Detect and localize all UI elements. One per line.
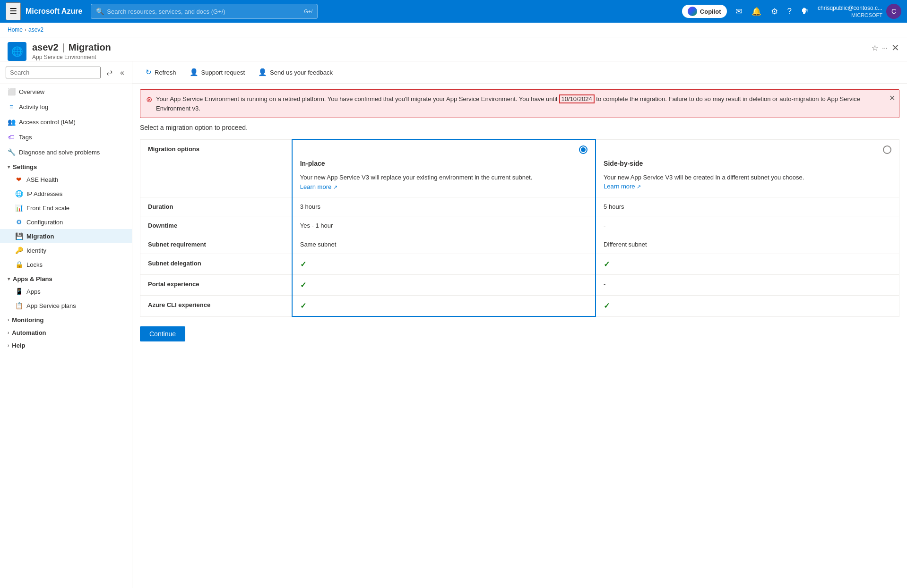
sidebar-apps-label: Apps — [26, 288, 41, 295]
sidebar-item-locks[interactable]: 🔒 Locks — [0, 257, 132, 272]
sidebar-locks-label: Locks — [26, 261, 43, 268]
alert-text: Your App Service Environment is running … — [156, 94, 893, 113]
migration-options-label: Migration options — [140, 139, 292, 197]
sidebar-item-diagnose[interactable]: 🔧 Diagnose and solve problems — [0, 145, 132, 160]
sidebar-item-front-end-scale[interactable]: 📊 Front End scale — [0, 201, 132, 215]
apps-icon: 📱 — [15, 288, 23, 295]
sidebar-item-ase-health[interactable]: ❤ ASE Health — [0, 172, 132, 187]
sidebar-ip-label: IP Addresses — [26, 190, 62, 197]
subnet-req-col1: Same subnet — [292, 235, 596, 254]
in-place-learn-more[interactable]: Learn more ↗ — [300, 183, 337, 190]
side-by-side-radio[interactable] — [883, 145, 891, 154]
user-org: MICROSOFT — [818, 12, 882, 18]
sidebar-item-app-service-plans[interactable]: 📋 App Service plans — [0, 298, 132, 313]
copilot-button[interactable]: Copilot — [682, 5, 727, 18]
copilot-label: Copilot — [700, 8, 721, 15]
sidebar-item-tags[interactable]: 🏷 Tags — [0, 129, 132, 145]
content-area: ⇄ « ⬜ Overview ≡ Activity log 👥 Access c… — [0, 61, 907, 588]
sidebar-collapse-button[interactable]: « — [118, 67, 126, 79]
sidebar-item-overview[interactable]: ⬜ Overview — [0, 84, 132, 99]
feedback-button[interactable]: 👤 Send us your feedback — [252, 65, 338, 79]
in-place-radio[interactable] — [579, 145, 587, 154]
email-icon-button[interactable]: ✉ — [732, 4, 746, 19]
resource-title-area: asev2 | Migration App Service Environmen… — [32, 42, 866, 60]
col2-header[interactable]: Side-by-side Your new App Service V3 wil… — [596, 139, 899, 197]
notification-icon-button[interactable]: 🔔 — [748, 4, 765, 19]
sidebar-configuration-label: Configuration — [26, 219, 63, 226]
table-row-portal: Portal experience ✓ - — [140, 275, 899, 296]
sidebar-item-configuration[interactable]: ⚙ Configuration — [0, 215, 132, 229]
settings-chevron-icon: ▾ — [8, 164, 10, 170]
breadcrumb-resource[interactable]: asev2 — [28, 26, 43, 33]
more-actions-button[interactable]: ··· — [882, 44, 888, 51]
hamburger-menu[interactable]: ☰ — [6, 2, 21, 20]
feedback-icon-button[interactable]: 🗣 — [797, 4, 813, 19]
sidebar-section-monitoring[interactable]: › Monitoring — [0, 313, 132, 325]
table-row-downtime: Downtime Yes - 1 hour - — [140, 216, 899, 235]
topbar-icon-group: ✉ 🔔 ⚙ ? 🗣 — [732, 4, 813, 19]
sidebar-front-end-label: Front End scale — [26, 205, 69, 212]
table-row-subnet-req: Subnet requirement Same subnet Different… — [140, 235, 899, 254]
main-content: ↻ Refresh 👤 Support request 👤 Send us yo… — [132, 61, 907, 588]
resource-icon-symbol: 🌐 — [11, 46, 23, 57]
migration-section: Select a migration option to proceed. Mi… — [132, 124, 907, 353]
global-search-box[interactable]: 🔍 G+/ — [91, 4, 318, 19]
cli-col2: ✓ — [596, 296, 899, 317]
sidebar-item-overview-label: Overview — [19, 88, 44, 95]
favorite-button[interactable]: ☆ — [872, 43, 878, 52]
sidebar-section-help[interactable]: › Help — [0, 338, 132, 351]
sidebar-item-migration[interactable]: 💾 Migration — [0, 229, 132, 243]
close-button[interactable]: ✕ — [891, 42, 899, 53]
downtime-col2: - — [596, 216, 899, 235]
page-title: Migration — [69, 42, 111, 53]
apps-plans-section-label: Apps & Plans — [13, 275, 52, 282]
refresh-button[interactable]: ↻ Refresh — [140, 65, 182, 79]
sidebar-section-apps-plans[interactable]: ▾ Apps & Plans — [0, 272, 132, 284]
side-by-side-learn-more[interactable]: Learn more ↗ — [604, 183, 641, 190]
sidebar-filter-button[interactable]: ⇄ — [104, 66, 114, 79]
search-shortcut: G+/ — [304, 9, 312, 14]
sidebar-item-ip-addresses[interactable]: 🌐 IP Addresses — [0, 187, 132, 201]
table-row-cli: Azure CLI experience ✓ ✓ — [140, 296, 899, 317]
sidebar-section-settings[interactable]: ▾ Settings — [0, 160, 132, 172]
refresh-icon: ↻ — [146, 68, 152, 77]
sidebar-item-iam[interactable]: 👥 Access control (IAM) — [0, 114, 132, 129]
subnet-del-col1: ✓ — [292, 254, 596, 275]
support-request-button[interactable]: 👤 Support request — [184, 65, 251, 79]
sidebar-app-service-plans-label: App Service plans — [26, 302, 76, 309]
table-row-header: Migration options In-place Your new App … — [140, 139, 899, 197]
toolbar: ↻ Refresh 👤 Support request 👤 Send us yo… — [132, 61, 907, 84]
sidebar-item-identity[interactable]: 🔑 Identity — [0, 243, 132, 257]
duration-col2: 5 hours — [596, 197, 899, 216]
col1-header[interactable]: In-place Your new App Service V3 will re… — [292, 139, 596, 197]
continue-button[interactable]: Continue — [140, 326, 185, 341]
breadcrumb-home[interactable]: Home — [8, 26, 23, 33]
feedback-icon: 👤 — [258, 68, 267, 77]
alert-date: 10/10/2024 — [559, 94, 595, 103]
sidebar-search-input[interactable] — [6, 67, 101, 78]
help-chevron-icon: › — [8, 343, 9, 348]
settings-icon-button[interactable]: ⚙ — [767, 4, 782, 19]
in-place-title: In-place — [300, 160, 587, 167]
tags-icon: 🏷 — [8, 133, 15, 141]
duration-label: Duration — [140, 197, 292, 216]
iam-icon: 👥 — [8, 118, 15, 126]
automation-chevron-icon: › — [8, 330, 9, 335]
avatar[interactable]: C — [886, 4, 901, 19]
in-place-desc: Your new App Service V3 will replace you… — [300, 173, 587, 191]
help-icon-button[interactable]: ? — [784, 4, 795, 19]
help-section-label: Help — [12, 342, 25, 349]
breadcrumb: Home › asev2 — [0, 23, 907, 37]
global-search-input[interactable] — [107, 8, 301, 15]
sidebar-item-activity-log[interactable]: ≡ Activity log — [0, 99, 132, 114]
user-profile[interactable]: chrisqpublic@contoso.c... MICROSOFT C — [818, 4, 901, 19]
side-by-side-desc: Your new App Service V3 will be created … — [604, 173, 891, 191]
external-link-icon: ↗ — [333, 184, 337, 190]
alert-close-button[interactable]: ✕ — [889, 94, 895, 102]
monitoring-chevron-icon: › — [8, 317, 9, 323]
sidebar-item-apps[interactable]: 📱 Apps — [0, 284, 132, 298]
migration-intro: Select a migration option to proceed. — [140, 124, 899, 131]
sidebar-section-automation[interactable]: › Automation — [0, 325, 132, 338]
resource-subtitle: App Service Environment — [32, 54, 866, 60]
locks-icon: 🔒 — [15, 261, 23, 268]
